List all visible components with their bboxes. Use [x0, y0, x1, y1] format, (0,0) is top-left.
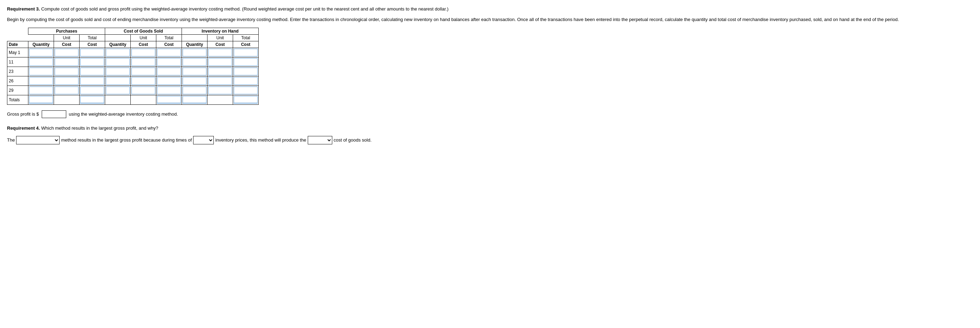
- cogs-total-cell-4[interactable]: [156, 86, 182, 95]
- purch-qty-cell-1[interactable]: [29, 57, 54, 67]
- inv-unit-cell-1[interactable]: [207, 57, 233, 67]
- cogs-qty-cell-1[interactable]: [105, 57, 131, 67]
- inv-total-cell-4[interactable]: [233, 86, 259, 95]
- cogs-qty-input-3[interactable]: [106, 77, 130, 85]
- inv-total-cell-5[interactable]: [233, 95, 259, 105]
- inv-qty-cell-0[interactable]: [182, 48, 207, 57]
- purch-qty-input-3[interactable]: [29, 77, 53, 85]
- purch-qty-cell-2[interactable]: [29, 67, 54, 76]
- purch-unit-cell-5[interactable]: [54, 95, 80, 105]
- purch-unit-input-2[interactable]: [55, 68, 78, 75]
- inv-total-cell-0[interactable]: [233, 48, 259, 57]
- purch-unit-cell-4[interactable]: [54, 86, 80, 95]
- cogs-unit-input-4[interactable]: [131, 86, 155, 94]
- purch-total-input-5[interactable]: [80, 96, 104, 104]
- inv-unit-input-3[interactable]: [208, 77, 232, 85]
- purch-total-cell-0[interactable]: [80, 48, 105, 57]
- inv-unit-cell-4[interactable]: [207, 86, 233, 95]
- purch-total-input-0[interactable]: [80, 49, 104, 56]
- purch-unit-cell-3[interactable]: [54, 76, 80, 86]
- cogs-qty-cell-5[interactable]: [105, 95, 131, 105]
- inv-total-cell-2[interactable]: [233, 67, 259, 76]
- purch-qty-cell-4[interactable]: [29, 86, 54, 95]
- purch-total-input-4[interactable]: [80, 86, 104, 94]
- cogs-unit-cell-4[interactable]: [131, 86, 156, 95]
- purch-unit-cell-1[interactable]: [54, 57, 80, 67]
- purch-qty-input-0[interactable]: [29, 49, 53, 56]
- inv-unit-cell-5[interactable]: [207, 95, 233, 105]
- purch-qty-input-5[interactable]: [29, 96, 53, 104]
- inv-unit-cell-2[interactable]: [207, 67, 233, 76]
- cogs-total-input-5[interactable]: [157, 96, 181, 104]
- purch-total-cell-3[interactable]: [80, 76, 105, 86]
- cogs-qty-input-1[interactable]: [106, 58, 130, 66]
- cogs-qty-cell-0[interactable]: [105, 48, 131, 57]
- inv-total-input-1[interactable]: [234, 58, 258, 66]
- cogs-unit-cell-3[interactable]: [131, 76, 156, 86]
- inv-total-cell-1[interactable]: [233, 57, 259, 67]
- cogs-qty-input-2[interactable]: [106, 68, 130, 75]
- req4-cost-dropdown[interactable]: lowesthighestaverage: [308, 136, 332, 144]
- cogs-total-input-4[interactable]: [157, 86, 181, 94]
- cogs-total-input-1[interactable]: [157, 58, 181, 66]
- inv-qty-cell-4[interactable]: [182, 86, 207, 95]
- purch-qty-input-4[interactable]: [29, 86, 53, 94]
- cogs-total-cell-1[interactable]: [156, 57, 182, 67]
- inv-unit-input-2[interactable]: [208, 68, 232, 75]
- inv-qty-cell-3[interactable]: [182, 76, 207, 86]
- cogs-unit-cell-1[interactable]: [131, 57, 156, 67]
- cogs-total-input-0[interactable]: [157, 49, 181, 56]
- gross-profit-input[interactable]: [42, 110, 66, 118]
- inv-qty-input-2[interactable]: [183, 68, 207, 75]
- purch-unit-input-1[interactable]: [55, 58, 78, 66]
- purch-unit-cell-2[interactable]: [54, 67, 80, 76]
- inv-qty-input-3[interactable]: [183, 77, 207, 85]
- cogs-total-cell-3[interactable]: [156, 76, 182, 86]
- cogs-unit-input-3[interactable]: [131, 77, 155, 85]
- inv-total-input-5[interactable]: [234, 96, 258, 104]
- inv-unit-cell-3[interactable]: [207, 76, 233, 86]
- cogs-unit-input-0[interactable]: [131, 49, 155, 56]
- purch-unit-input-0[interactable]: [55, 49, 78, 56]
- cogs-qty-cell-4[interactable]: [105, 86, 131, 95]
- purch-total-cell-2[interactable]: [80, 67, 105, 76]
- inv-qty-cell-5[interactable]: [182, 95, 207, 105]
- inv-total-cell-3[interactable]: [233, 76, 259, 86]
- inv-qty-input-0[interactable]: [183, 49, 207, 56]
- purch-total-cell-1[interactable]: [80, 57, 105, 67]
- purch-total-cell-4[interactable]: [80, 86, 105, 95]
- inv-qty-input-5[interactable]: [183, 96, 207, 104]
- inv-total-input-2[interactable]: [234, 68, 258, 75]
- cogs-qty-input-0[interactable]: [106, 49, 130, 56]
- purch-qty-input-2[interactable]: [29, 68, 53, 75]
- purch-unit-cell-0[interactable]: [54, 48, 80, 57]
- req4-rising-dropdown[interactable]: risingfallingstable: [193, 136, 214, 144]
- inv-unit-input-1[interactable]: [208, 58, 232, 66]
- inv-qty-input-1[interactable]: [183, 58, 207, 66]
- inv-unit-cell-0[interactable]: [207, 48, 233, 57]
- inv-unit-input-4[interactable]: [208, 86, 232, 94]
- purch-unit-input-4[interactable]: [55, 86, 78, 94]
- cogs-unit-cell-2[interactable]: [131, 67, 156, 76]
- cogs-total-input-3[interactable]: [157, 77, 181, 85]
- purch-qty-cell-0[interactable]: [29, 48, 54, 57]
- cogs-unit-input-2[interactable]: [131, 68, 155, 75]
- inv-unit-input-0[interactable]: [208, 49, 232, 56]
- cogs-qty-cell-3[interactable]: [105, 76, 131, 86]
- cogs-unit-cell-0[interactable]: [131, 48, 156, 57]
- cogs-total-cell-5[interactable]: [156, 95, 182, 105]
- purch-qty-cell-5[interactable]: [29, 95, 54, 105]
- cogs-total-cell-2[interactable]: [156, 67, 182, 76]
- cogs-qty-cell-2[interactable]: [105, 67, 131, 76]
- cogs-unit-cell-5[interactable]: [131, 95, 156, 105]
- cogs-unit-input-1[interactable]: [131, 58, 155, 66]
- purch-total-input-3[interactable]: [80, 77, 104, 85]
- purch-total-input-2[interactable]: [80, 68, 104, 75]
- purch-total-input-1[interactable]: [80, 58, 104, 66]
- cogs-total-input-2[interactable]: [157, 68, 181, 75]
- cogs-qty-input-4[interactable]: [106, 86, 130, 94]
- purch-unit-input-3[interactable]: [55, 77, 78, 85]
- req4-method-dropdown[interactable]: FIFOLIFOWeighted-average: [16, 136, 60, 144]
- purch-qty-cell-3[interactable]: [29, 76, 54, 86]
- inv-qty-input-4[interactable]: [183, 86, 207, 94]
